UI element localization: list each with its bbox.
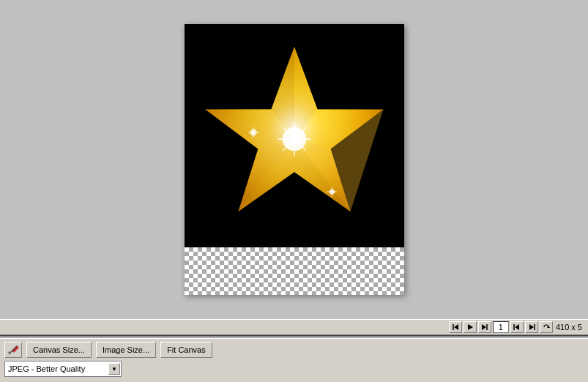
status-bar: 410 x 5 xyxy=(0,319,588,335)
toolbar-row-2: JPEG - Better Quality JPEG - Smaller Fil… xyxy=(4,361,584,377)
loop-button[interactable] xyxy=(540,321,553,333)
star-image xyxy=(196,31,393,240)
svg-marker-26 xyxy=(529,324,534,330)
svg-rect-29 xyxy=(12,345,19,353)
format-select-wrapper[interactable]: JPEG - Better Quality JPEG - Smaller Fil… xyxy=(4,361,122,377)
dimensions-label: 410 x 5 xyxy=(556,323,585,332)
tool-icon-button[interactable] xyxy=(4,342,22,358)
bottom-toolbar: Canvas Size... Image Size... Fit Canvas … xyxy=(0,338,588,382)
first-frame-button[interactable] xyxy=(449,321,462,333)
svg-marker-23 xyxy=(482,324,486,330)
svg-marker-24 xyxy=(515,324,519,330)
svg-marker-21 xyxy=(468,324,473,330)
last-frame-button[interactable] xyxy=(478,321,491,333)
main-canvas-area xyxy=(0,0,588,319)
svg-marker-20 xyxy=(454,324,458,330)
toolbar-row-1: Canvas Size... Image Size... Fit Canvas xyxy=(4,342,584,358)
image-size-button[interactable]: Image Size... xyxy=(96,342,156,358)
canvas-size-button[interactable]: Canvas Size... xyxy=(26,342,92,358)
prev-frame-button[interactable] xyxy=(510,321,524,333)
pencil-icon xyxy=(7,344,19,356)
frame-number-input[interactable] xyxy=(493,321,509,333)
svg-marker-28 xyxy=(547,326,550,328)
canvas-black-background xyxy=(185,24,404,247)
format-select[interactable]: JPEG - Better Quality JPEG - Smaller Fil… xyxy=(4,361,122,377)
canvas-transparent-area xyxy=(185,247,404,295)
image-canvas xyxy=(185,24,404,295)
play-button[interactable] xyxy=(464,321,477,333)
fit-canvas-button[interactable]: Fit Canvas xyxy=(160,342,212,358)
next-frame-button[interactable] xyxy=(525,321,538,333)
nav-controls xyxy=(449,321,553,333)
